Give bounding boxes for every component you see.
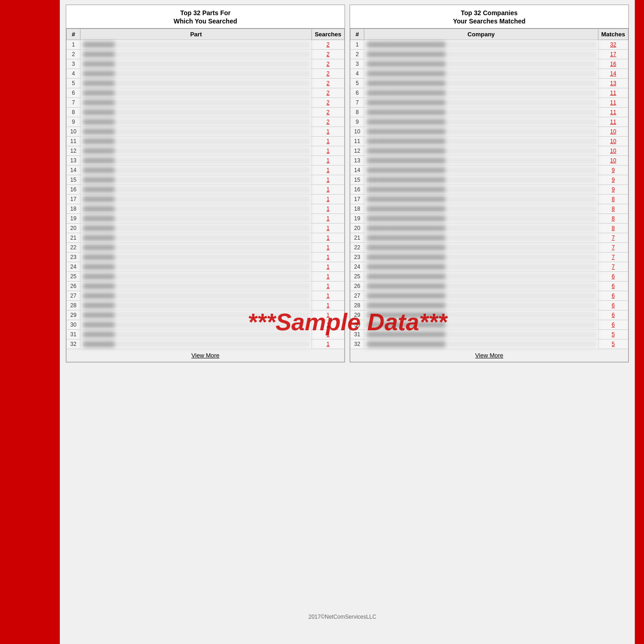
searches-value[interactable]: 1 [312, 166, 345, 175]
table-row: 7████████2 [67, 98, 345, 108]
matches-value[interactable]: 17 [598, 50, 628, 59]
searches-value[interactable]: 1 [312, 243, 345, 253]
searches-value[interactable]: 2 [312, 40, 345, 50]
matches-value[interactable]: 5 [598, 339, 628, 349]
matches-value[interactable]: 11 [598, 88, 628, 98]
table-row: 10████████████████████10 [351, 127, 628, 137]
matches-value[interactable]: 9 [598, 175, 628, 185]
searches-value[interactable]: 2 [312, 88, 345, 98]
searches-value[interactable]: 2 [312, 50, 345, 59]
row-number: 26 [351, 282, 364, 291]
matches-value[interactable]: 7 [598, 262, 628, 272]
matches-value[interactable]: 8 [598, 204, 628, 214]
searches-value[interactable]: 1 [312, 330, 345, 339]
searches-value[interactable]: 1 [312, 253, 345, 262]
table-row: 17████████1 [67, 195, 345, 204]
table-row: 2████████2 [67, 50, 345, 59]
searches-value[interactable]: 1 [312, 127, 345, 137]
matches-value[interactable]: 7 [598, 253, 628, 262]
searches-value[interactable]: 1 [312, 156, 345, 166]
row-number: 9 [67, 117, 80, 127]
searches-value[interactable]: 2 [312, 69, 345, 79]
searches-value[interactable]: 2 [312, 98, 345, 108]
row-number: 14 [67, 166, 80, 175]
matches-value[interactable]: 11 [598, 117, 628, 127]
left-table: Top 32 Parts For Which You Searched # Pa… [66, 5, 345, 362]
matches-value[interactable]: 6 [598, 291, 628, 301]
table-row: 2████████████████████17 [351, 50, 628, 59]
row-number: 23 [67, 253, 80, 262]
searches-value[interactable]: 1 [312, 233, 345, 243]
row-number: 1 [67, 40, 80, 50]
searches-value[interactable]: 1 [312, 291, 345, 301]
part-name: ████████ [80, 98, 312, 108]
row-number: 2 [67, 50, 80, 59]
matches-value[interactable]: 10 [598, 137, 628, 146]
table-row: 16████████████████████9 [351, 185, 628, 195]
searches-value[interactable]: 1 [312, 301, 345, 310]
part-name: ████████ [80, 88, 312, 98]
table-row: 24████████1 [67, 262, 345, 272]
row-number: 12 [67, 146, 80, 156]
matches-value[interactable]: 6 [598, 320, 628, 330]
searches-value[interactable]: 1 [312, 282, 345, 291]
searches-value[interactable]: 1 [312, 320, 345, 330]
matches-value[interactable]: 9 [598, 185, 628, 195]
row-number: 21 [351, 233, 364, 243]
part-name: ████████ [80, 330, 312, 339]
matches-value[interactable]: 11 [598, 108, 628, 117]
matches-value[interactable]: 7 [598, 243, 628, 253]
matches-value[interactable]: 11 [598, 98, 628, 108]
matches-value[interactable]: 13 [598, 79, 628, 88]
company-name: ████████████████████ [364, 214, 598, 224]
matches-value[interactable]: 6 [598, 310, 628, 320]
table-row: 25████████████████████6 [351, 272, 628, 282]
table-row: 30████████████████████6 [351, 320, 628, 330]
matches-value[interactable]: 7 [598, 233, 628, 243]
left-view-more[interactable]: View More [67, 349, 345, 362]
table-row: 6████████2 [67, 88, 345, 98]
matches-value[interactable]: 6 [598, 301, 628, 310]
matches-value[interactable]: 8 [598, 214, 628, 224]
company-name: ████████████████████ [364, 301, 598, 310]
row-number: 4 [67, 69, 80, 79]
searches-value[interactable]: 1 [312, 224, 345, 233]
searches-value[interactable]: 1 [312, 195, 345, 204]
searches-value[interactable]: 2 [312, 79, 345, 88]
table-row: 29████████1 [67, 310, 345, 320]
searches-value[interactable]: 1 [312, 272, 345, 282]
searches-value[interactable]: 1 [312, 185, 345, 195]
matches-value[interactable]: 6 [598, 282, 628, 291]
matches-value[interactable]: 8 [598, 224, 628, 233]
searches-value[interactable]: 1 [312, 146, 345, 156]
left-table-title: Top 32 Parts For Which You Searched [66, 5, 345, 29]
matches-value[interactable]: 14 [598, 69, 628, 79]
table-row: 4████████████████████14 [351, 69, 628, 79]
matches-value[interactable]: 10 [598, 156, 628, 166]
searches-value[interactable]: 2 [312, 59, 345, 69]
matches-value[interactable]: 8 [598, 195, 628, 204]
matches-value[interactable]: 16 [598, 59, 628, 69]
searches-value[interactable]: 1 [312, 339, 345, 349]
searches-value[interactable]: 1 [312, 310, 345, 320]
matches-value[interactable]: 6 [598, 272, 628, 282]
searches-value[interactable]: 1 [312, 262, 345, 272]
searches-value[interactable]: 1 [312, 175, 345, 185]
table-row: 8████████2 [67, 108, 345, 117]
matches-value[interactable]: 9 [598, 166, 628, 175]
matches-value[interactable]: 5 [598, 330, 628, 339]
table-row: 28████████████████████6 [351, 301, 628, 310]
searches-value[interactable]: 2 [312, 108, 345, 117]
searches-value[interactable]: 1 [312, 214, 345, 224]
row-number: 14 [351, 166, 364, 175]
searches-value[interactable]: 1 [312, 204, 345, 214]
table-row: 8████████████████████11 [351, 108, 628, 117]
matches-value[interactable]: 10 [598, 146, 628, 156]
right-view-more[interactable]: View More [351, 349, 628, 362]
matches-value[interactable]: 32 [598, 40, 628, 50]
matches-value[interactable]: 10 [598, 127, 628, 137]
searches-value[interactable]: 1 [312, 137, 345, 146]
row-number: 31 [67, 330, 80, 339]
row-number: 8 [351, 108, 364, 117]
searches-value[interactable]: 2 [312, 117, 345, 127]
